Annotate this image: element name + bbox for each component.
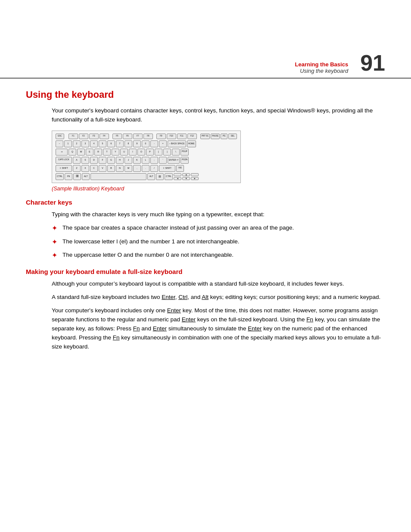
kbd-key-h: H	[116, 157, 124, 164]
kbd-key-capslock: CAPS LOCK	[56, 157, 72, 164]
kbd-key-s: S	[81, 157, 89, 164]
bullet-item-1: ✦ The space bar creates a space characte…	[52, 224, 385, 234]
kbd-key-2: 2	[73, 140, 81, 147]
bullet-item-2: ✦ The lowercase letter l (el) and the nu…	[52, 237, 385, 248]
bullet-diamond-2: ✦	[52, 237, 57, 248]
kbd-row-asdf: CAPS LOCK A S D F G H J K L ; ' ENTER ⏎ …	[56, 157, 237, 164]
intro-paragraph: Your computer's keyboard contains charac…	[52, 106, 385, 124]
kbd-key-j: J	[125, 157, 132, 164]
kbd-key-g: G	[107, 157, 115, 164]
character-keys-title: Character keys	[26, 199, 385, 206]
kbd-key-l: L	[142, 157, 149, 164]
main-section-title: Using the keyboard	[26, 89, 385, 100]
kbd-key-backspace: ←BACK SPACE	[168, 140, 186, 147]
kbd-key-n: N	[116, 165, 124, 172]
kbd-key-8: 8	[125, 140, 132, 147]
kbd-key-9: 9	[133, 140, 141, 147]
kbd-key-space	[90, 173, 146, 180]
bullet-diamond-3: ✦	[52, 250, 57, 261]
kbd-key-v: V	[99, 165, 106, 172]
kbd-key-f4: F4	[100, 134, 109, 139]
page: Learning the Basics Using the keyboard 9…	[0, 0, 411, 532]
kbd-key-pause: PAUSE	[211, 134, 220, 139]
kbd-key-6: 6	[107, 140, 115, 147]
kbd-key-f8: F8	[143, 134, 153, 139]
kbd-row-numbers: ~ 1 2 3 4 5 6 7 8 9 0 - = ←BACK SPACE	[56, 140, 237, 147]
keyboard-illustration: ESC F1 F2 F3 F4 F5 F6 F7 F8 F9 F10	[52, 131, 385, 183]
kbd-key-y: Y	[112, 149, 119, 156]
kbd-key-slash: /	[150, 165, 158, 172]
kbd-key-f5: F5	[112, 134, 122, 139]
kbd-key-right: ►	[191, 177, 199, 180]
kbd-key-comma: ,	[133, 165, 141, 172]
section-character-keys: Character keys Typing with the character…	[26, 199, 385, 261]
kbd-key-semicolon: ;	[150, 157, 158, 164]
fullsize-para-3: Your computer's keyboard includes only o…	[52, 306, 385, 352]
kbd-key-equal: =	[159, 140, 167, 147]
kbd-row-fn: ESC F1 F2 F3 F4 F5 F6 F7 F8 F9 F10	[56, 134, 237, 139]
kbd-key-rbracket: ]	[163, 149, 171, 156]
kbd-key-4: 4	[90, 140, 98, 147]
kbd-key-i: I	[129, 149, 137, 156]
kbd-key-3: 3	[81, 140, 89, 147]
kbd-key-rshift: ⇧ SHIFT	[159, 165, 175, 172]
kbd-key-m: M	[125, 165, 132, 172]
kbd-key-t: T	[103, 149, 111, 156]
kbd-key-del: DEL	[228, 134, 237, 139]
kbd-key-enter: ENTER ⏎	[168, 157, 180, 164]
kbd-key-7: 7	[116, 140, 124, 147]
kbd-key-backslash: \	[172, 149, 180, 156]
bullet-diamond-1: ✦	[52, 223, 57, 234]
kbd-key-rctrl: CTRL	[165, 173, 173, 180]
kbd-key-f6: F6	[123, 134, 132, 139]
kbd-key-f7: F7	[133, 134, 143, 139]
kbd-key-c: C	[90, 165, 98, 172]
kbd-key-f: F	[99, 157, 106, 164]
keyboard-rows: ESC F1 F2 F3 F4 F5 F6 F7 F8 F9 F10	[56, 134, 237, 180]
kbd-key-w: W	[77, 149, 85, 156]
kbd-key-blank	[174, 173, 181, 176]
character-keys-intro: Typing with the character keys is very m…	[52, 210, 385, 219]
kbd-key-tab: ⇥	[56, 149, 68, 156]
kbd-key-o: O	[137, 149, 145, 156]
kbd-key-k: K	[133, 157, 141, 164]
header-text-block: Learning the Basics Using the keyboard	[295, 61, 349, 74]
kbd-row-qwerty: ⇥ Q W E R T Y U I O P [ ] \ PGUP	[56, 149, 237, 156]
kbd-key-prtsc: PRT SC	[200, 134, 210, 139]
fullsize-keyboard-title: Making your keyboard emulate a full-size…	[26, 268, 385, 275]
header-section: Using the keyboard	[300, 68, 348, 74]
kbd-key-esc: ESC	[56, 134, 64, 139]
bullet-text-2: The lowercase letter l (el) and the numb…	[62, 237, 385, 246]
kbd-row-bottom: CTRL FN ⊞ ALT ALT ⊞ CTRL ▲	[56, 173, 237, 180]
bullet-item-3: ✦ The uppercase letter O and the number …	[52, 251, 385, 261]
fullsize-para-1: Although your computer’s keyboard layout…	[52, 280, 385, 289]
kbd-key-b: B	[107, 165, 115, 172]
kbd-key-tilde: ~	[56, 140, 63, 147]
kbd-key-rwin: ⊞	[156, 173, 164, 180]
kbd-key-x: X	[81, 165, 89, 172]
character-keys-bullets: ✦ The space bar creates a space characte…	[52, 224, 385, 261]
fullsize-para-2: A standard full-size keyboard includes t…	[52, 293, 385, 302]
kbd-key-0: 0	[142, 140, 149, 147]
kbd-key-lshift: ⇧ SHIFT	[56, 165, 72, 172]
kbd-key-a: A	[73, 157, 81, 164]
kbd-key-left: ◄	[174, 177, 181, 180]
kbd-key-minus: -	[150, 140, 158, 147]
kbd-key-down: ▼	[182, 177, 190, 180]
section-fullsize-keyboard: Making your keyboard emulate a full-size…	[26, 268, 385, 351]
kbd-key-u: U	[120, 149, 128, 156]
kbd-key-lctrl: CTRL	[56, 173, 64, 180]
kbd-key-blank2	[191, 173, 199, 176]
kbd-key-f9: F9	[156, 134, 166, 139]
keyboard-caption: (Sample Illustration) Keyboard	[52, 186, 385, 192]
kbd-key-home: HOME	[187, 140, 196, 147]
bullet-text-1: The space bar creates a space character …	[62, 224, 385, 233]
kbd-key-pgdn: PGDN	[181, 157, 189, 164]
kbd-key-f2: F2	[79, 134, 88, 139]
kbd-key-ins: INS	[176, 165, 184, 172]
keyboard-image: ESC F1 F2 F3 F4 F5 F6 F7 F8 F9 F10	[52, 131, 241, 183]
kbd-key-r: R	[94, 149, 102, 156]
page-header: Learning the Basics Using the keyboard 9…	[0, 0, 411, 79]
kbd-key-f3: F3	[89, 134, 99, 139]
kbd-key-q: Q	[68, 149, 76, 156]
